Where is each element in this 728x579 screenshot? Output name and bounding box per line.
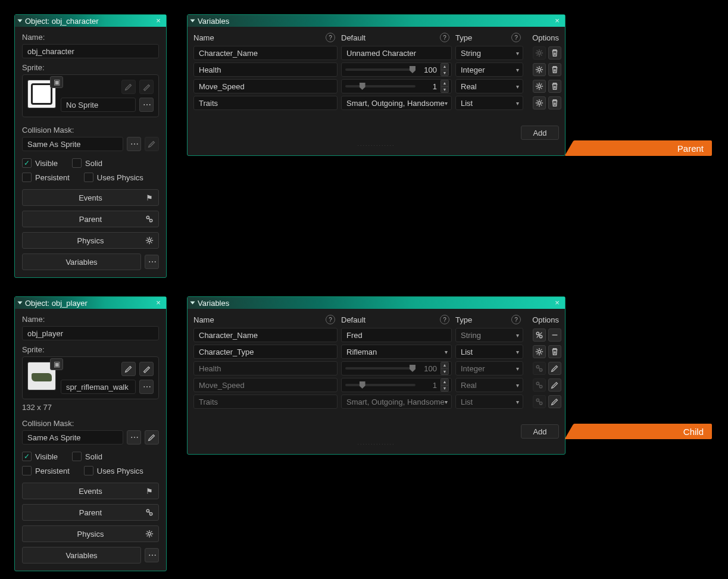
var-name[interactable]: Character_Name — [193, 328, 338, 342]
collision-browse-button[interactable] — [127, 137, 141, 151]
help-icon[interactable]: ? — [511, 33, 521, 42]
help-icon[interactable]: ? — [440, 315, 449, 324]
variables-more-button[interactable] — [145, 255, 159, 269]
svg-point-13 — [536, 365, 539, 368]
svg-point-10 — [536, 332, 539, 334]
panel-title[interactable]: Variables × — [188, 297, 565, 309]
close-icon[interactable]: × — [553, 298, 561, 306]
sprite-name-field[interactable]: No Sprite — [61, 98, 136, 112]
delete-icon[interactable] — [548, 46, 561, 60]
edit-icon[interactable] — [548, 395, 561, 408]
delete-icon[interactable] — [548, 345, 561, 358]
persistent-checkbox[interactable]: Persistent — [22, 466, 70, 475]
panel-title-text: Variables — [198, 299, 229, 308]
visible-checkbox[interactable]: Visible — [22, 452, 58, 461]
panel-title[interactable]: Object: obj_character × — [15, 15, 166, 27]
help-icon[interactable]: ? — [326, 315, 335, 324]
collapse-icon[interactable] — [190, 20, 195, 23]
close-icon[interactable]: × — [154, 298, 163, 306]
var-type-dropdown[interactable]: String — [455, 46, 523, 60]
var-name[interactable]: Traits — [193, 96, 338, 110]
physics-button[interactable]: Physics — [22, 525, 159, 542]
collision-browse-button[interactable] — [127, 430, 141, 445]
variables-more-button[interactable] — [145, 548, 159, 562]
help-icon[interactable]: ? — [326, 33, 335, 42]
options-icon[interactable] — [533, 63, 546, 76]
var-name[interactable]: Character_Name — [193, 46, 338, 60]
var-name[interactable]: Move_Speed — [193, 79, 338, 93]
var-default-dropdown[interactable]: Rifleman — [341, 345, 452, 359]
collapse-icon[interactable] — [190, 302, 195, 305]
delete-icon[interactable] — [548, 63, 561, 76]
options-icon[interactable] — [533, 80, 546, 93]
name-input[interactable]: obj_player — [22, 326, 159, 340]
var-name[interactable]: Health — [193, 62, 338, 77]
help-icon[interactable]: ? — [440, 33, 449, 42]
resize-handle[interactable]: ·············· — [193, 441, 559, 447]
link-icon — [144, 214, 155, 224]
physics-button[interactable]: Physics — [22, 232, 159, 249]
panel-title[interactable]: Object: obj_player × — [15, 297, 166, 309]
add-button[interactable]: Add — [521, 126, 559, 140]
resize-handle[interactable]: ·············· — [193, 142, 559, 148]
close-icon[interactable]: × — [154, 16, 163, 24]
brush-icon[interactable] — [139, 362, 154, 376]
close-icon[interactable]: × — [553, 16, 561, 24]
solid-checkbox[interactable]: Solid — [72, 452, 102, 461]
visible-checkbox[interactable]: Visible — [22, 158, 58, 168]
events-button[interactable]: Events⚑ — [22, 483, 159, 499]
sprite-name-field[interactable]: spr_rifleman_walk — [61, 380, 136, 394]
edit-icon[interactable] — [548, 378, 561, 392]
variables-button[interactable]: Variables — [22, 253, 141, 270]
var-default[interactable]: Unnamed Character — [341, 46, 452, 60]
var-type-dropdown[interactable]: List — [455, 96, 523, 110]
var-type-dropdown[interactable]: List — [455, 345, 523, 359]
parent-button[interactable]: Parent — [22, 504, 159, 521]
var-type-dropdown: List — [455, 395, 523, 409]
stepper[interactable]: ▲▼ — [440, 80, 449, 93]
panel-body: Name: obj_character Sprite: ▣ No Sprite — [15, 27, 166, 277]
var-slider[interactable]: 1 ▲▼ — [341, 79, 452, 93]
options-icon[interactable] — [533, 345, 546, 358]
edit-icon[interactable] — [548, 362, 561, 375]
var-default[interactable]: Fred — [341, 328, 452, 342]
events-button[interactable]: Events⚑ — [22, 189, 159, 206]
add-button[interactable]: Add — [521, 424, 559, 439]
parent-button[interactable]: Parent — [22, 211, 159, 227]
collapse-icon[interactable] — [18, 302, 23, 305]
edit-sprite-icon[interactable] — [121, 362, 136, 376]
override-icon[interactable] — [533, 328, 546, 342]
edit-mask-icon[interactable] — [145, 430, 159, 445]
uses-physics-checkbox[interactable]: Uses Physics — [84, 466, 143, 475]
delete-icon[interactable] — [548, 80, 561, 93]
var-type-dropdown[interactable]: String — [455, 328, 523, 342]
persistent-checkbox[interactable]: Persistent — [22, 173, 70, 182]
name-label: Name: — [22, 315, 159, 324]
svg-point-16 — [539, 385, 542, 387]
collapse-icon[interactable] — [18, 20, 23, 23]
uses-physics-checkbox[interactable]: Uses Physics — [84, 173, 143, 182]
table-row: Character_Name Fred String — [193, 328, 559, 342]
var-default-dropdown[interactable]: Smart, Outgoing, Handsome — [341, 96, 452, 110]
var-slider[interactable]: 100 ▲▼ — [341, 62, 452, 77]
var-type-dropdown[interactable]: Integer — [455, 62, 523, 77]
var-name[interactable]: Character_Type — [193, 345, 338, 359]
variables-button[interactable]: Variables — [22, 547, 141, 564]
sprite-layer-icon[interactable]: ▣ — [50, 358, 63, 370]
remove-icon[interactable] — [548, 328, 561, 342]
sprite-layer-icon[interactable]: ▣ — [50, 76, 63, 88]
sprite-browse-button[interactable] — [139, 98, 154, 112]
sprite-browse-button[interactable] — [139, 380, 154, 394]
row-options — [527, 395, 561, 408]
var-type-dropdown[interactable]: Real — [455, 79, 523, 93]
options-icon[interactable] — [533, 96, 546, 109]
help-icon[interactable]: ? — [511, 315, 521, 324]
collision-mask-field[interactable]: Same As Sprite — [22, 430, 123, 445]
panel-title[interactable]: Variables × — [188, 15, 565, 27]
table-header: Name? Default? Type? Options — [193, 33, 559, 42]
delete-icon[interactable] — [548, 96, 561, 109]
name-input[interactable]: obj_character — [22, 44, 159, 58]
solid-checkbox[interactable]: Solid — [72, 158, 102, 168]
collision-mask-field[interactable]: Same As Sprite — [22, 137, 123, 151]
stepper[interactable]: ▲▼ — [440, 63, 449, 76]
